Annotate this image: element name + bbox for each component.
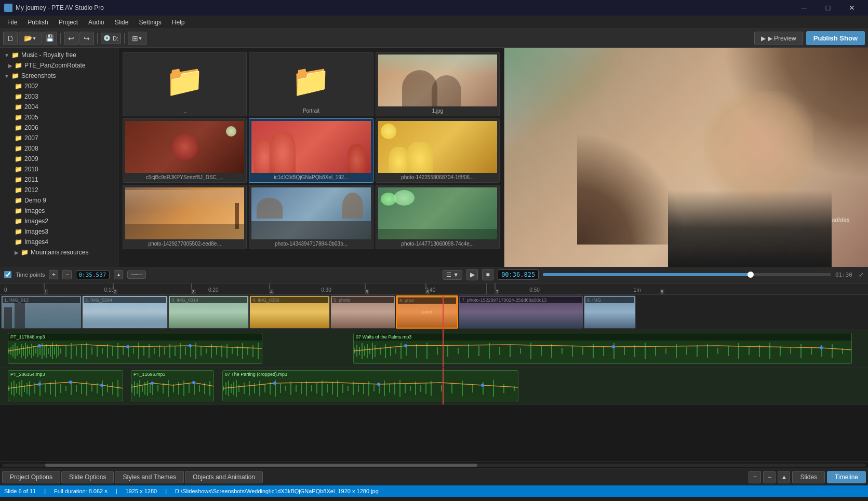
- save-button[interactable]: 💾: [43, 32, 57, 45]
- slide-4[interactable]: 4. IMG_0356: [249, 295, 330, 329]
- timepoint-value-input[interactable]: [76, 270, 110, 279]
- scrubber-thumb[interactable]: [747, 272, 754, 278]
- timepoint-remove-button[interactable]: −: [62, 270, 72, 279]
- audio-clip-pt117848[interactable]: PT_117848.mp3: [8, 333, 262, 364]
- thumb-photo-1422[interactable]: photo-1422558068704-1f8f06...: [376, 118, 500, 183]
- tree-item-2012[interactable]: 📁 2012: [0, 185, 118, 195]
- zoom-out-button[interactable]: −: [763, 471, 776, 483]
- tree-item-pte[interactable]: ▶ 📁 PTE_PanZoomRotate: [0, 60, 118, 71]
- minimize-button[interactable]: ─: [792, 0, 816, 16]
- tree-item-demo9[interactable]: 📁 Demo 9: [0, 195, 118, 206]
- svg-rect-110: [738, 343, 739, 359]
- slide-3[interactable]: 3. IMG_0314: [168, 295, 249, 329]
- thumb-portrait-folder[interactable]: 📁 Portrait: [249, 52, 373, 116]
- timeline-scrubber[interactable]: [543, 273, 831, 276]
- slide-4-label: 4. IMG_0356: [251, 297, 328, 303]
- tree-item-images3[interactable]: 📁 Images3: [0, 226, 118, 237]
- slide-number-3: 3: [191, 289, 196, 294]
- tree-item-2010[interactable]: 📁 2010: [0, 164, 118, 174]
- menu-audio[interactable]: Audio: [83, 16, 110, 29]
- timepoint-add-button[interactable]: +: [49, 270, 58, 279]
- redo-button[interactable]: ↪: [79, 32, 94, 45]
- menu-project[interactable]: Project: [54, 16, 83, 29]
- preview-button[interactable]: ▶ ▶ Preview: [754, 32, 803, 45]
- svg-rect-12: [33, 346, 34, 356]
- envelope-point[interactable]: [612, 345, 615, 348]
- play-button[interactable]: ▶: [466, 269, 478, 280]
- timepoint-up-button[interactable]: ▲: [114, 270, 123, 279]
- tree-item-images[interactable]: 📁 Images: [0, 206, 118, 216]
- project-options-button[interactable]: Project Options: [2, 471, 60, 483]
- thumb-c5cj[interactable]: c5cjBc9sRJKPYSmtzfBJ_DSC_...: [123, 118, 247, 183]
- audio-clip-pt286154[interactable]: PT_286154.mp3: [8, 370, 123, 401]
- slide-1[interactable]: 1. IMG_013: [1, 295, 82, 329]
- slide-track: 1. IMG_013 2. IMG_0294 3. IMG_0314: [0, 295, 868, 330]
- tree-item-mountains[interactable]: ▶ 📁 Mountains.resources: [0, 247, 118, 258]
- slide-8[interactable]: 8. IMG: [584, 295, 636, 329]
- tree-item-2011[interactable]: 📁 2011: [0, 174, 118, 185]
- zoom-in-button[interactable]: +: [749, 471, 761, 483]
- envelope-point[interactable]: [404, 344, 407, 347]
- slide-6[interactable]: Love 6. phot: [396, 295, 458, 329]
- tree-item-2006[interactable]: 📁 2006: [0, 123, 118, 133]
- thumb-1jpg[interactable]: 1.jpg: [376, 52, 500, 116]
- bottom-toolbar: Project Options Slide Options Styles and…: [0, 468, 868, 485]
- objects-animation-button[interactable]: Objects and Animation: [185, 471, 263, 483]
- thumb-photo-1447[interactable]: photo-1447713060098-74c4e...: [376, 185, 500, 249]
- envelope-point[interactable]: [126, 345, 129, 348]
- tree-item-2004[interactable]: 📁 2004: [0, 102, 118, 112]
- tree-item-music[interactable]: ▼ 📁 Music - Royalty free: [0, 50, 118, 60]
- thumb-photo-1434[interactable]: photo-1434394717884-0b03b...: [249, 185, 373, 249]
- close-button[interactable]: ✕: [840, 0, 864, 16]
- audio-clip-walts[interactable]: 07 Walts of the Palms.mp3: [353, 333, 852, 364]
- slide-5[interactable]: 5. photo: [330, 295, 395, 329]
- slide-2[interactable]: 2. IMG_0294: [82, 295, 168, 329]
- scrollbar-thumb[interactable]: [45, 464, 477, 467]
- menu-settings[interactable]: Settings: [133, 16, 166, 29]
- tree-item-screenshots[interactable]: ▼ 📁 Screenshots: [0, 71, 118, 81]
- envelope-point[interactable]: [38, 344, 41, 347]
- maximize-button[interactable]: □: [816, 0, 840, 16]
- timepoints-checkbox[interactable]: [4, 271, 11, 278]
- horizontal-scrollbar[interactable]: [0, 462, 868, 468]
- menu-help[interactable]: Help: [167, 16, 190, 29]
- stop-button[interactable]: ■: [482, 269, 493, 280]
- tree-item-2002[interactable]: 📁 2002: [0, 81, 118, 91]
- svg-rect-43: [154, 348, 155, 354]
- thumb-photo-1429[interactable]: photo-1429277005502-eed8e...: [123, 185, 247, 249]
- publish-show-button[interactable]: Publish Show: [806, 31, 865, 45]
- slide-7[interactable]: 7. photo-1522897170024-25dd68a50c13: [459, 295, 583, 329]
- tree-item-images2[interactable]: 📁 Images2: [0, 216, 118, 226]
- open-button[interactable]: 📂 ▼: [19, 32, 42, 45]
- tree-item-2003[interactable]: 📁 2003: [0, 91, 118, 102]
- menu-slide[interactable]: Slide: [110, 16, 134, 29]
- folder-icon: 📁: [15, 176, 22, 183]
- timeline-view-button[interactable]: Timeline: [827, 471, 866, 483]
- waveform-mode-button[interactable]: 〰〰: [127, 270, 146, 279]
- drive-selector[interactable]: 💿 D:: [101, 33, 121, 44]
- undo-button[interactable]: ↩: [64, 32, 78, 45]
- thumb-ic1d[interactable]: ic1dX3kBQjGNaPQb8Xel_192...: [249, 118, 373, 183]
- audio-clip-pt11696[interactable]: PT_11696.mp3: [131, 370, 214, 401]
- styles-themes-button[interactable]: Styles and Themes: [115, 471, 184, 483]
- tree-item-images4[interactable]: 📁 Images4: [0, 237, 118, 247]
- menu-publish[interactable]: Publish: [22, 16, 53, 29]
- tree-item-2009[interactable]: 📁 2009: [0, 154, 118, 164]
- audio-clip-parting[interactable]: 07 The Parting (cropped).mp3: [222, 370, 518, 401]
- expand-button[interactable]: ⤢: [859, 271, 864, 278]
- thumb-parent-folder[interactable]: 📁 ..: [123, 52, 247, 116]
- slide-options-button[interactable]: Slide Options: [61, 471, 114, 483]
- tree-item-2007[interactable]: 📁 2007: [0, 133, 118, 143]
- slides-view-button[interactable]: Slides: [792, 471, 825, 483]
- svg-rect-2: [12, 345, 14, 357]
- view-toggle[interactable]: ⊞ ▼: [128, 32, 146, 45]
- timeline-menu-button[interactable]: ☰ ▼: [443, 270, 462, 280]
- tree-item-2005[interactable]: 📁 2005: [0, 112, 118, 123]
- envelope-point[interactable]: [820, 346, 823, 349]
- menu-file[interactable]: File: [2, 16, 22, 29]
- envelope-point[interactable]: [189, 344, 192, 347]
- tree-item-2008[interactable]: 📁 2008: [0, 143, 118, 154]
- new-button[interactable]: 🗋: [3, 32, 18, 45]
- zoom-fit-button[interactable]: ▲: [778, 471, 790, 483]
- svg-rect-92: [551, 344, 552, 358]
